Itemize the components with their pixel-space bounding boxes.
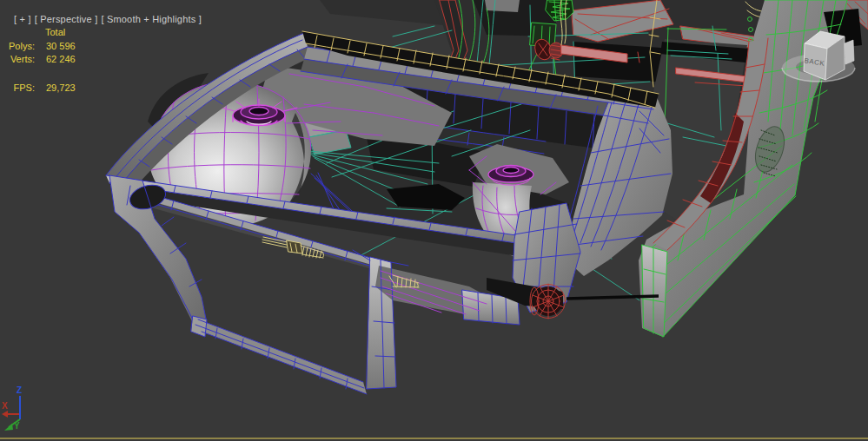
fps-label: FPS: <box>9 82 35 94</box>
3d-viewport[interactable]: BACK Z X Y [ + ][ Perspective ][ Smooth … <box>0 0 868 441</box>
stats-header: Total <box>45 27 65 38</box>
viewport-canvas[interactable]: BACK Z X Y <box>0 0 868 441</box>
viewport-shading-menu[interactable]: [ Smooth + Highlights ] <box>101 14 202 24</box>
verts-value: 62 246 <box>46 54 76 64</box>
stats-polys-row: Polys:30 596 <box>9 41 76 52</box>
viewport-label[interactable]: [ + ][ Perspective ][ Smooth + Highlight… <box>3 3 205 36</box>
fps-value: 29,723 <box>46 82 76 93</box>
viewport-pov-menu[interactable]: [ Perspective ] <box>35 14 98 24</box>
stats-fps-row: FPS:29,723 <box>9 82 76 94</box>
viewport-general-menu[interactable]: [ + ] <box>14 14 31 24</box>
viewport-bottom-border[interactable] <box>0 438 868 439</box>
z-axis-label: Z <box>17 385 22 395</box>
y-axis-label: Y <box>14 421 20 431</box>
stats-verts-row: Verts:62 246 <box>9 54 76 65</box>
strut-hub-right <box>488 166 533 186</box>
polys-label: Polys: <box>9 41 35 52</box>
verts-label: Verts: <box>9 54 35 65</box>
x-axis-label: X <box>2 401 8 411</box>
polys-value: 30 596 <box>46 41 76 51</box>
